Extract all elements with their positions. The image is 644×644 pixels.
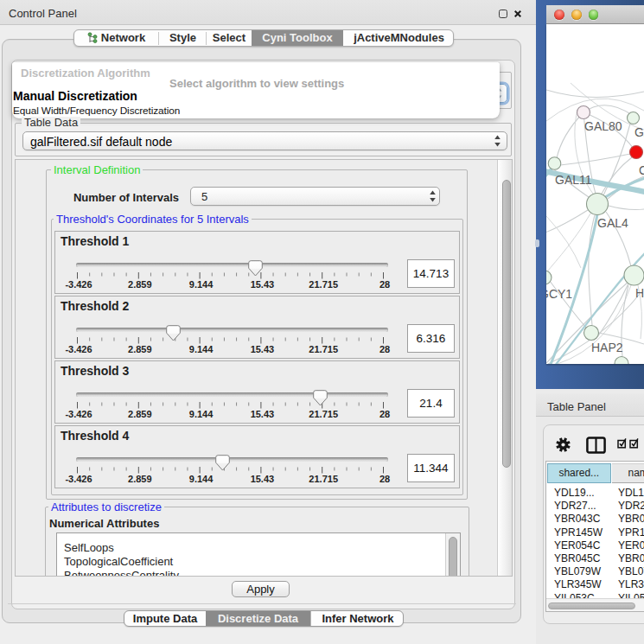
svg-text:CD: CD [639, 163, 644, 177]
svg-text:GAL4: GAL4 [597, 216, 628, 230]
svg-text:HI: HI [635, 286, 644, 300]
svg-text:GAL80: GAL80 [584, 119, 622, 133]
svg-text:GCY1: GCY1 [546, 287, 572, 301]
svg-text:GAL11: GAL11 [555, 173, 592, 187]
svg-text:HAP2: HAP2 [591, 341, 623, 354]
svg-text:GA: GA [634, 125, 644, 139]
